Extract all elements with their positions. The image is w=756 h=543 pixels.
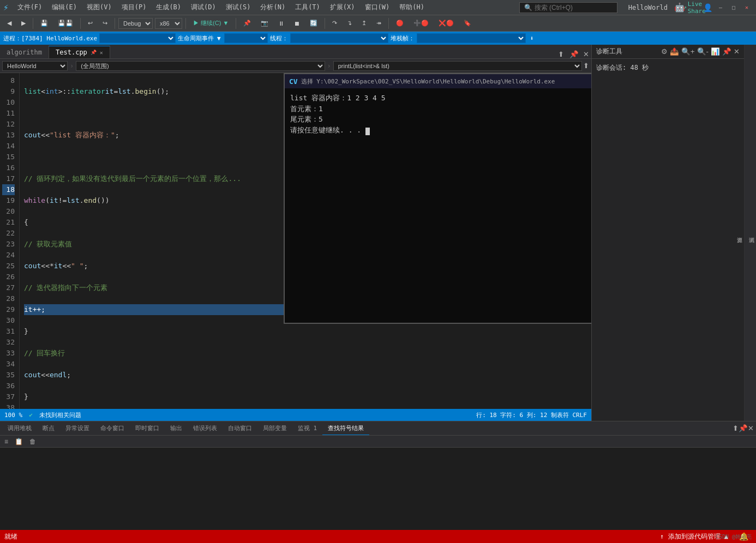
diagnostics-content: [592, 77, 744, 421]
btab-breakpoints[interactable]: 断点: [37, 422, 60, 435]
pause-button[interactable]: ⏸: [274, 19, 288, 28]
menu-extensions[interactable]: 扩展(X): [326, 2, 359, 13]
stack-dropdown[interactable]: [417, 33, 526, 43]
menu-project[interactable]: 项目(P): [117, 2, 151, 13]
editor-tabs: algorithm Test.cpp 📌 ✕ ⬆ 📌 ✕: [0, 45, 591, 59]
terminal-line-4: 请按任意键继续. . .: [290, 125, 591, 136]
rail-item-resources[interactable]: 资源: [734, 228, 744, 237]
del-breakpoint[interactable]: ❌🔴: [435, 18, 458, 28]
save-all-button[interactable]: 💾💾: [54, 18, 77, 28]
tab-algorithm-label: algorithm: [7, 49, 42, 56]
continue-button[interactable]: ▶ 继续(C) ▶继续(C) ▼: [189, 17, 232, 29]
diag-zoom-in-button[interactable]: 🔍+: [681, 47, 695, 56]
close-editor-button[interactable]: ✕: [581, 50, 591, 58]
bookmark-button[interactable]: 🔖: [460, 18, 475, 28]
back-button[interactable]: ◀: [3, 18, 15, 28]
minimize-button[interactable]: —: [715, 3, 727, 13]
search-input[interactable]: [535, 4, 611, 11]
file-selector[interactable]: HelloWorld: [2, 61, 68, 71]
breakpoint-button[interactable]: 🔴: [392, 18, 407, 28]
close-button[interactable]: ✕: [741, 3, 753, 13]
redo-button[interactable]: ↪: [99, 18, 111, 28]
restart-button[interactable]: 🔄: [306, 18, 321, 28]
maximize-editor-button[interactable]: ⬆: [555, 50, 567, 58]
zoom-level[interactable]: 100 %: [4, 412, 22, 419]
diag-export-button[interactable]: 📤: [670, 47, 679, 56]
btab-errors[interactable]: 错误列表: [188, 422, 223, 435]
thread-dropdown[interactable]: [290, 33, 388, 43]
stack-expand-icon[interactable]: ⬇: [530, 35, 534, 42]
btab-callstack[interactable]: 调用堆栈: [2, 422, 37, 435]
btab-watch[interactable]: 监视 1: [292, 422, 322, 435]
scope-selector[interactable]: (全局范围): [76, 61, 325, 71]
menu-edit[interactable]: 编辑(E): [47, 2, 81, 13]
run-to-cursor[interactable]: ↠: [373, 18, 385, 28]
panel-pin-button[interactable]: 📌: [739, 424, 748, 432]
attach-button[interactable]: 📌: [239, 18, 255, 28]
menu-analyze[interactable]: 分析(N): [256, 2, 290, 13]
forward-button[interactable]: ▶: [17, 18, 29, 28]
diag-pin-button[interactable]: 📌: [722, 47, 731, 56]
diagnostics-title: 诊断工具: [596, 47, 622, 56]
step-into[interactable]: ↴: [343, 18, 356, 28]
menu-window[interactable]: 窗口(W): [361, 2, 394, 13]
status-ok-icon: ✔: [29, 412, 33, 419]
tab-test-cpp[interactable]: Test.cpp 📌 ✕: [49, 46, 110, 58]
process-dropdown[interactable]: [99, 33, 176, 43]
snapshot-button[interactable]: 📷: [257, 18, 272, 28]
step-out[interactable]: ↥: [358, 18, 370, 28]
function-selector[interactable]: printL(list<int>& lst): [333, 61, 582, 71]
diag-chart-button[interactable]: 📊: [711, 47, 720, 56]
menu-tools[interactable]: 工具(T): [291, 2, 325, 13]
step-over[interactable]: ↷: [328, 18, 341, 28]
tab-algorithm[interactable]: algorithm: [0, 46, 49, 58]
thread-label: 线程：: [270, 34, 288, 43]
menu-test[interactable]: 测试(S): [221, 2, 255, 13]
app-title: HelloWorld: [623, 4, 673, 11]
code-line-22: }: [24, 391, 587, 402]
panel-float-button[interactable]: ⬆: [733, 424, 739, 432]
bottom-list-view[interactable]: ≡: [2, 438, 10, 445]
undo-button[interactable]: ↩: [84, 18, 97, 28]
bottom-clear-button[interactable]: 🗑: [27, 438, 38, 445]
person-icon[interactable]: 👤: [701, 3, 713, 13]
diag-settings-button[interactable]: ⚙: [661, 47, 668, 56]
panel-close-button[interactable]: ✕: [748, 424, 754, 432]
code-line-21: cout << endl;: [24, 370, 587, 381]
diag-zoom-out-button[interactable]: 🔍-: [697, 47, 709, 56]
editor-scope-bar: HelloWorld › (全局范围) › printL(list<int>& …: [0, 59, 591, 73]
diag-close-button[interactable]: ✕: [734, 47, 740, 56]
menu-help[interactable]: 帮助(H): [395, 2, 429, 13]
save-button[interactable]: 💾: [37, 18, 52, 28]
maximize-button[interactable]: □: [728, 3, 740, 13]
btab-auto[interactable]: 自动窗口: [223, 422, 257, 435]
code-line-19: }: [24, 326, 587, 337]
stop-button[interactable]: ⏹: [290, 19, 304, 28]
pin-panel-button[interactable]: 📌: [567, 50, 581, 58]
btab-exceptions[interactable]: 异常设置: [60, 422, 95, 435]
lifecycle-dropdown[interactable]: [224, 33, 268, 43]
rail-item-test[interactable]: 测试: [746, 228, 756, 237]
menu-file[interactable]: 文件(F): [13, 2, 47, 13]
session-label: 诊断会话: 48 秒: [596, 64, 649, 71]
btab-immediate[interactable]: 即时窗口: [130, 422, 165, 435]
menu-build[interactable]: 生成(B): [152, 2, 185, 13]
btab-command[interactable]: 命令窗口: [95, 422, 130, 435]
tab-close-button[interactable]: ✕: [100, 50, 103, 56]
bottom-copy-button[interactable]: 📋: [13, 438, 25, 445]
expand-scope-button[interactable]: ⬆: [583, 62, 589, 70]
side-rail: 测试 资源: [744, 45, 756, 421]
debug-mode-dropdown[interactable]: Debug: [118, 18, 153, 29]
code-editor[interactable]: 8 9 10 11 12 13 14 15 16 17 18 19: [0, 73, 591, 409]
search-box: 🔍: [519, 2, 617, 13]
btab-output[interactable]: 输出: [165, 422, 188, 435]
line-numbers: 8 9 10 11 12 13 14 15 16 17 18 19: [0, 73, 20, 409]
btab-locals[interactable]: 局部变量: [257, 422, 292, 435]
terminal-body: list 容器内容：1 2 3 4 5 首元素：1 尾元素：5 请按任意键继续.…: [285, 88, 591, 323]
menu-debug[interactable]: 调试(D): [187, 2, 220, 13]
menu-view[interactable]: 视图(V): [82, 2, 116, 13]
new-breakpoint[interactable]: ➕🔴: [410, 18, 433, 28]
arch-dropdown[interactable]: x86: [155, 18, 182, 29]
live-share-btn[interactable]: ↗ Live Share: [688, 3, 700, 13]
btab-find-symbol[interactable]: 查找符号结果: [322, 422, 369, 435]
